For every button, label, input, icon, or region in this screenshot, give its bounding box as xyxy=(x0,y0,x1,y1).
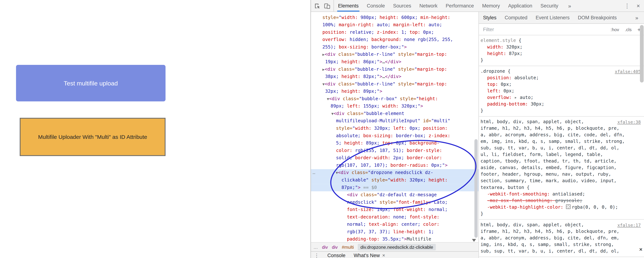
dom-tree-line[interactable]: 100%; margin-right: auto; margin-left: a… xyxy=(322,21,478,29)
dom-tree-line[interactable]: ▼<div class="bubble-element xyxy=(322,110,478,118)
breadcrumb-item[interactable]: #multi xyxy=(342,244,354,250)
elements-scrollbar[interactable] xyxy=(474,139,478,238)
stylesheet-link[interactable]: xfalse:405 xyxy=(615,68,641,75)
css-selector[interactable]: ul, li, fieldset, form, label, legend, t… xyxy=(480,152,641,158)
breadcrumb-item[interactable]: div xyxy=(332,244,338,250)
css-declaration[interactable]: -webkit-font-smoothing: antialiased; xyxy=(480,191,641,198)
dom-tree-line[interactable]: 32px; height: 89px;"> xyxy=(322,88,478,95)
css-selector[interactable]: iframe, h1, h2, h3, h4, h5, h6, p, block… xyxy=(480,228,641,235)
dom-tree-line[interactable]: 87px;"> == $0 xyxy=(311,184,478,191)
dom-tree-line[interactable]: 5; height: 89px; top: 0px; background- xyxy=(322,140,478,147)
css-selector[interactable]: textarea, button { xyxy=(480,184,641,191)
dom-tree-line[interactable]: overflow: hidden; background: none rgb(2… xyxy=(322,36,478,44)
toggle-hover-state-button[interactable]: :hov xyxy=(611,27,619,32)
css-selector[interactable]: footer, header, hgroup, menu, nav, outpu… xyxy=(480,171,641,178)
css-selector[interactable]: sub, sup, tt, var, b, u, i, center, dl, … xyxy=(480,248,641,254)
dom-tree-line[interactable]: padding-top: 35.5px;">Multifile xyxy=(322,236,478,242)
drawer-menu-icon[interactable]: ⋮ xyxy=(314,252,319,258)
scroll-down-arrow-icon[interactable] xyxy=(472,239,476,242)
dom-tree-line[interactable]: … ▼<div class="dropzone needsclick dz- xyxy=(311,169,478,176)
css-selector[interactable]: element.style { xyxy=(480,37,641,44)
css-selector[interactable]: a, abbr, acronym, address, big, cite, de… xyxy=(480,235,641,242)
dom-tree-line[interactable]: 255); box-sizing: border-box;"> xyxy=(322,44,478,51)
dom-tree-line[interactable]: rgb(37, 37, 37); line-height: 1; xyxy=(322,228,478,236)
dom-tree-line[interactable]: 89px; left: 155px; width: 320px;"> xyxy=(322,102,478,110)
dom-tree-line[interactable]: font-size: 14px; font-weight: normal; xyxy=(322,206,478,214)
css-declaration[interactable]: left: 0px; xyxy=(480,88,641,94)
expand-shorthand-icon[interactable]: ▸ xyxy=(514,95,520,100)
devtools-menu-icon[interactable]: ⋮ xyxy=(624,2,630,9)
dom-tree-line[interactable]: clickable" style="width: 320px; height: xyxy=(311,176,478,184)
styles-filter-input[interactable] xyxy=(482,26,558,32)
css-selector[interactable]: aside, canvas, details, embed, figure, f… xyxy=(480,165,641,171)
css-declaration[interactable]: overflow: ▸ auto; xyxy=(480,94,641,101)
tab-performance[interactable]: Performance xyxy=(442,0,478,12)
dom-tree-line[interactable]: style="width: 980px; height: 600px; min-… xyxy=(322,14,478,22)
css-selector[interactable]: xfalse:17html, body, div, span, applet, … xyxy=(480,222,641,228)
dom-tree-line[interactable]: ▶<div class="bubble-r-line" style="margi… xyxy=(322,51,478,58)
dom-tree-line[interactable]: ▼<div class="bubble-r-box" style="height… xyxy=(322,95,478,103)
css-selector[interactable]: img, ins, kbd, q, s, samp, small, strike… xyxy=(480,242,641,248)
more-actions-indicator[interactable]: … xyxy=(312,169,316,176)
dom-tree-line[interactable]: 38px; height: 82px;">…</div> xyxy=(322,73,478,80)
dom-tree-line[interactable]: rgb(107, 107, 107); border-radius: 0px;"… xyxy=(322,162,478,169)
css-selector[interactable]: caption, tbody, tfoot, thead, tr, th, td… xyxy=(480,158,641,165)
dom-tree-line[interactable]: absolute; box-sizing: border-box; z-inde… xyxy=(322,132,478,140)
drawer-tab-close-icon[interactable]: × xyxy=(382,252,385,258)
dom-tree-line[interactable]: color: rgb(255, 187, 51); border-style: xyxy=(322,147,478,154)
multifile-uploader-dropzone[interactable]: Multifile Uploader With "Multi" as ID At… xyxy=(20,118,166,156)
tab-application[interactable]: Application xyxy=(504,0,536,12)
dom-tree-line[interactable]: normal; text-align: center; color: xyxy=(322,221,478,228)
drawer-tab-console[interactable]: Console xyxy=(328,252,346,258)
css-selector[interactable]: iframe, h1, h2, h3, h4, h5, h6, p, block… xyxy=(480,125,641,132)
styles-scrollbar[interactable] xyxy=(640,25,644,82)
toggle-class-button[interactable]: .cls xyxy=(625,27,632,32)
dom-tree-line[interactable]: solid; border-width: 2px; border-color: xyxy=(322,154,478,162)
css-selector[interactable]: section, summary, time, mark, audio, vid… xyxy=(480,178,641,184)
dom-tree-line[interactable]: text-decoration: none; font-style: xyxy=(322,214,478,221)
toast-close-icon[interactable]: × xyxy=(639,246,642,252)
css-declaration[interactable]: -webkit-tap-highlight-color: rgba(0, 0, … xyxy=(480,204,641,211)
css-selector[interactable]: sub, sup, tt, var, b, u, i, center, dl, … xyxy=(480,145,641,152)
sidebar-more-tabs-icon[interactable]: » xyxy=(630,12,644,23)
css-declaration[interactable]: width: 320px; xyxy=(480,44,641,50)
css-selector[interactable]: a, abbr, acronym, address, big, cite, co… xyxy=(480,132,641,138)
breadcrumb-item[interactable]: div xyxy=(322,244,328,250)
tab-elements[interactable]: Elements xyxy=(334,0,363,12)
stylesheet-link[interactable]: xfalse:38 xyxy=(618,118,641,125)
dom-tree-line[interactable]: style="width: 320px; left: 0px; position… xyxy=(322,125,478,132)
sidebar-tab-event-listeners[interactable]: Event Listeners xyxy=(532,12,574,23)
tab-network[interactable]: Network xyxy=(415,0,442,12)
sidebar-tab-styles[interactable]: Styles xyxy=(479,12,500,23)
more-tabs-icon[interactable]: » xyxy=(562,0,577,12)
sidebar-tab-dom-breakpoints[interactable]: DOM Breakpoints xyxy=(574,12,621,23)
inspect-element-icon[interactable] xyxy=(314,3,320,9)
device-toolbar-icon[interactable] xyxy=(324,3,330,9)
css-declaration[interactable]: -moz-osx-font-smoothing: grayscale; xyxy=(480,198,641,204)
sidebar-tab-computed[interactable]: Computed xyxy=(500,12,532,23)
color-swatch[interactable] xyxy=(566,204,570,209)
css-declaration[interactable]: top: 0px; xyxy=(480,81,641,88)
css-selector[interactable]: xfalse:38html, body, div, span, applet, … xyxy=(480,118,641,125)
dom-tree-line[interactable]: <div class="dz-default dz-message xyxy=(322,191,478,199)
dom-tree-line[interactable]: multifileupload-MultiFileInput" id="mult… xyxy=(322,117,478,125)
css-selector[interactable]: em, img, ins, kbd, q, s, samp, small, st… xyxy=(480,138,641,145)
drawer-tab-what-s-new[interactable]: What's New× xyxy=(354,252,385,258)
css-declaration[interactable]: position: absolute; xyxy=(480,75,641,81)
dom-tree-line[interactable]: position: relative; z-index: 1; top: 0px… xyxy=(322,29,478,36)
breadcrumb-item[interactable]: … xyxy=(313,244,318,250)
dom-tree-line[interactable]: 19px; height: 86px;">…</div> xyxy=(322,58,478,66)
tab-memory[interactable]: Memory xyxy=(478,0,504,12)
css-declaration[interactable]: padding-bottom: 30px; xyxy=(480,101,641,108)
tab-sources[interactable]: Sources xyxy=(389,0,415,12)
stylesheet-link[interactable]: xfalse:17 xyxy=(618,222,641,228)
dom-tree-line[interactable]: ▶<div class="bubble-r-line" style="margi… xyxy=(322,66,478,73)
css-declaration[interactable]: height: 87px; xyxy=(480,50,641,57)
tab-console[interactable]: Console xyxy=(363,0,389,12)
test-multifile-upload-button[interactable]: Test multifile upload xyxy=(16,65,166,102)
dom-tree-line[interactable]: needsclick" style="font-family: Lato; xyxy=(322,199,478,206)
dom-tree-line[interactable]: ▼<div class="bubble-r-line" style="margi… xyxy=(322,80,478,88)
breadcrumb-item[interactable]: div.dropzone.needsclick.dz-clickable xyxy=(358,244,436,250)
tab-security[interactable]: Security xyxy=(536,0,562,12)
css-selector[interactable]: xfalse:405.dropzone { xyxy=(480,68,641,75)
